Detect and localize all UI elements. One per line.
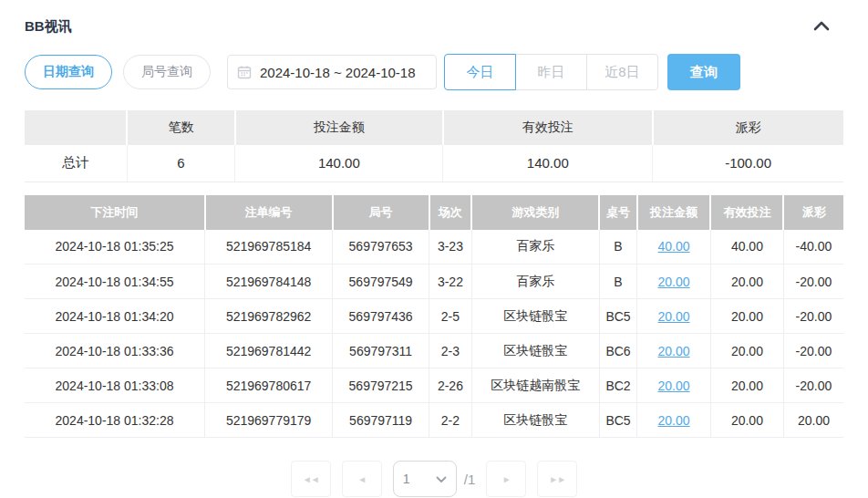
- quick-range-last8days[interactable]: 近8日: [586, 54, 658, 90]
- bet-amount-link[interactable]: 40.00: [658, 239, 690, 254]
- double-chevron-right-icon: ►►: [549, 474, 565, 484]
- order-no-cell: 521969784148: [205, 265, 333, 299]
- valid-bet-cell: 20.00: [710, 265, 783, 299]
- valid-bet-cell: 20.00: [710, 403, 783, 438]
- game-type-cell: 百家乐: [471, 265, 599, 299]
- order-no-cell: 521969781442: [205, 334, 333, 368]
- bet-amount-cell: 20.00: [637, 299, 711, 334]
- table-row: 2024-10-18 01:34:20 521969782962 5697974…: [25, 299, 843, 334]
- chevron-left-icon: ◄: [357, 474, 366, 484]
- summary-total-valid: 140.00: [443, 145, 653, 182]
- table-row: 2024-10-18 01:35:25 521969785184 5697976…: [25, 230, 843, 265]
- round-no-cell: 569797311: [333, 334, 429, 368]
- round-no-cell: 569797119: [333, 403, 429, 438]
- summary-header-payout: 派彩: [653, 110, 843, 145]
- prev-page-button[interactable]: ◄: [342, 461, 382, 497]
- payout-cell: -20.00: [783, 299, 843, 334]
- summary-header-count: 笔数: [127, 110, 235, 145]
- header-session: 场次: [429, 195, 472, 230]
- header-table-no: 桌号: [599, 195, 636, 230]
- summary-header-blank: [25, 110, 127, 145]
- session-cell: 2-2: [429, 403, 472, 438]
- date-range-input[interactable]: 2024-10-18 ~ 2024-10-18: [227, 55, 437, 89]
- bet-time-cell: 2024-10-18 01:32:28: [25, 403, 205, 438]
- session-cell: 3-23: [429, 230, 472, 265]
- bet-amount-link[interactable]: 20.00: [658, 309, 690, 324]
- table-row: 2024-10-18 01:33:36 521969781442 5697973…: [25, 334, 843, 368]
- page-title: BB视讯: [25, 18, 72, 36]
- payout-cell: -20.00: [783, 334, 843, 368]
- summary-total-row: 总计 6 140.00 140.00 -100.00: [25, 145, 843, 182]
- summary-total-payout: -100.00: [653, 145, 843, 182]
- payout-cell: -40.00: [783, 230, 843, 265]
- bet-amount-cell: 20.00: [637, 368, 711, 403]
- round-no-cell: 569797215: [333, 368, 429, 403]
- header-valid-bet: 有效投注: [710, 195, 783, 230]
- date-query-tab[interactable]: 日期查询: [25, 55, 112, 89]
- table-no-cell: BC6: [599, 334, 636, 368]
- round-no-cell: 569797549: [333, 265, 429, 299]
- header-game-type: 游戏类别: [471, 195, 599, 230]
- round-no-cell: 569797436: [333, 299, 429, 334]
- quick-range-today[interactable]: 今日: [444, 54, 516, 90]
- session-cell: 2-3: [429, 334, 472, 368]
- round-no-cell: 569797653: [333, 230, 429, 265]
- chevron-down-icon: [436, 472, 447, 486]
- session-cell: 2-5: [429, 299, 472, 334]
- page-select-value: 1: [403, 472, 410, 486]
- valid-bet-cell: 40.00: [710, 230, 783, 265]
- date-range-value: 2024-10-18 ~ 2024-10-18: [260, 65, 416, 80]
- session-cell: 3-22: [429, 265, 472, 299]
- last-page-button[interactable]: ►►: [537, 461, 577, 497]
- table-no-cell: BC5: [599, 403, 636, 438]
- payout-cell: 20.00: [783, 403, 843, 438]
- header-payout: 派彩: [783, 195, 843, 230]
- bet-amount-cell: 20.00: [637, 265, 711, 299]
- bet-amount-link[interactable]: 20.00: [658, 379, 690, 393]
- summary-header-row: 笔数 投注金额 有效投注 派彩: [25, 110, 843, 145]
- order-no-cell: 521969780617: [205, 368, 333, 403]
- bet-amount-cell: 20.00: [637, 334, 711, 368]
- search-button[interactable]: 查询: [667, 54, 740, 90]
- payout-cell: -20.00: [783, 368, 843, 403]
- bet-amount-cell: 40.00: [637, 230, 711, 265]
- payout-cell: -20.00: [783, 265, 843, 299]
- valid-bet-cell: 20.00: [710, 299, 783, 334]
- bet-amount-link[interactable]: 20.00: [658, 344, 690, 358]
- game-type-cell: 区块链越南骰宝: [471, 368, 599, 403]
- game-type-cell: 区块链骰宝: [471, 299, 599, 334]
- detail-header-row: 下注时间 注单编号 局号 场次 游戏类别 桌号 投注金额 有效投注 派彩: [25, 195, 843, 230]
- collapse-panel-button[interactable]: [811, 18, 832, 36]
- header-order-no: 注单编号: [205, 195, 333, 230]
- table-no-cell: BC5: [599, 299, 636, 334]
- game-type-cell: 百家乐: [471, 230, 599, 265]
- round-query-tab[interactable]: 局号查询: [123, 55, 211, 89]
- calendar-icon: [237, 65, 252, 79]
- chevron-right-icon: ►: [502, 474, 511, 484]
- summary-header-valid: 有效投注: [443, 110, 653, 145]
- quick-range-group: 今日 昨日 近8日: [444, 54, 658, 90]
- game-type-cell: 区块链骰宝: [471, 403, 599, 438]
- bet-time-cell: 2024-10-18 01:35:25: [25, 230, 205, 265]
- filter-toolbar: 日期查询 局号查询 2024-10-18 ~ 2024-10-18 今日 昨日 …: [25, 54, 843, 90]
- header-bet-amount: 投注金额: [637, 195, 711, 230]
- chevron-up-icon: [812, 20, 831, 34]
- header-bet-time: 下注时间: [25, 195, 205, 230]
- valid-bet-cell: 20.00: [710, 368, 783, 403]
- table-row: 2024-10-18 01:32:28 521969779179 5697971…: [25, 403, 843, 438]
- bet-amount-link[interactable]: 20.00: [658, 275, 690, 289]
- table-no-cell: BC2: [599, 368, 636, 403]
- page-select[interactable]: 1: [393, 461, 457, 497]
- quick-range-yesterday[interactable]: 昨日: [515, 54, 587, 90]
- next-page-button[interactable]: ►: [486, 461, 526, 497]
- table-no-cell: B: [599, 230, 636, 265]
- summary-table: 笔数 投注金额 有效投注 派彩 总计 6 140.00 140.00 -100.…: [25, 110, 843, 182]
- order-no-cell: 521969785184: [205, 230, 333, 265]
- bet-time-cell: 2024-10-18 01:34:55: [25, 265, 205, 299]
- bet-time-cell: 2024-10-18 01:33:08: [25, 368, 205, 403]
- summary-total-label: 总计: [25, 145, 127, 182]
- bet-amount-link[interactable]: 20.00: [658, 413, 690, 428]
- session-cell: 2-26: [429, 368, 472, 403]
- table-no-cell: B: [599, 265, 636, 299]
- first-page-button[interactable]: ◄◄: [291, 461, 331, 497]
